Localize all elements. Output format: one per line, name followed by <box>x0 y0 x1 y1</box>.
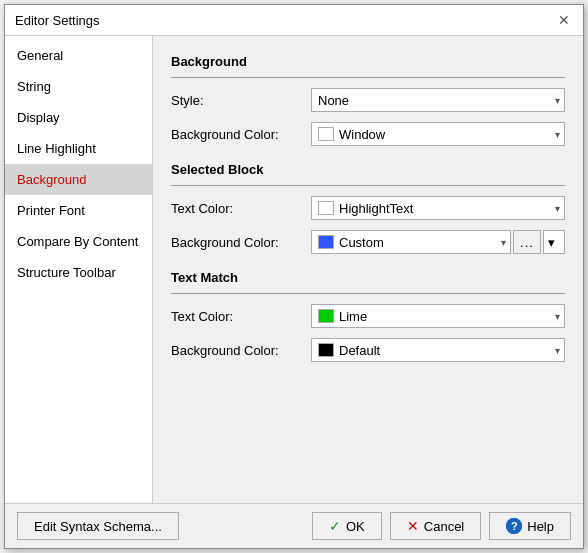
form-control-background-1: Window▾ <box>311 122 565 146</box>
select-text-match-0[interactable]: Lime▾ <box>311 304 565 328</box>
sidebar-item-compare-by-content[interactable]: Compare By Content <box>5 226 152 257</box>
dropdown-arrow-selected-block-1[interactable]: ▾ <box>543 230 565 254</box>
select-text-match-1[interactable]: Default▾ <box>311 338 565 362</box>
form-row-selected-block-1: Background Color:Custom▾...▾ <box>171 230 565 254</box>
form-row-text-match-1: Background Color:Default▾ <box>171 338 565 362</box>
cancel-button[interactable]: ✕ Cancel <box>390 512 481 540</box>
ok-icon: ✓ <box>329 518 341 534</box>
sidebar-item-background[interactable]: Background <box>5 164 152 195</box>
form-row-selected-block-0: Text Color:HighlightText▾ <box>171 196 565 220</box>
dialog-title: Editor Settings <box>15 13 100 28</box>
select-background-0[interactable]: None▾ <box>311 88 565 112</box>
select-background-1[interactable]: Window▾ <box>311 122 565 146</box>
form-label-background-1: Background Color: <box>171 127 311 142</box>
footer-left: Edit Syntax Schema... <box>17 512 179 540</box>
form-control-selected-block-0: HighlightText▾ <box>311 196 565 220</box>
footer-right: ✓ OK ✕ Cancel ? Help <box>312 512 571 540</box>
section-title-selected-block: Selected Block <box>171 162 565 177</box>
section-text-match: Text MatchText Color:Lime▾Background Col… <box>171 270 565 362</box>
sidebar: GeneralStringDisplayLine HighlightBackgr… <box>5 36 153 503</box>
form-label-text-match-1: Background Color: <box>171 343 311 358</box>
sidebar-item-display[interactable]: Display <box>5 102 152 133</box>
dots-button-selected-block-1[interactable]: ... <box>513 230 541 254</box>
select-selected-block-1[interactable]: Custom▾ <box>311 230 511 254</box>
form-label-selected-block-1: Background Color: <box>171 235 311 250</box>
sidebar-item-general[interactable]: General <box>5 40 152 71</box>
edit-syntax-schema-button[interactable]: Edit Syntax Schema... <box>17 512 179 540</box>
form-control-text-match-0: Lime▾ <box>311 304 565 328</box>
ok-label: OK <box>346 519 365 534</box>
section-background: BackgroundStyle:None▾Background Color:Wi… <box>171 54 565 146</box>
help-icon: ? <box>506 518 522 534</box>
ok-button[interactable]: ✓ OK <box>312 512 382 540</box>
help-button[interactable]: ? Help <box>489 512 571 540</box>
form-control-selected-block-1: Custom▾...▾ <box>311 230 565 254</box>
sidebar-item-printer-font[interactable]: Printer Font <box>5 195 152 226</box>
form-row-text-match-0: Text Color:Lime▾ <box>171 304 565 328</box>
cancel-label: Cancel <box>424 519 464 534</box>
form-label-background-0: Style: <box>171 93 311 108</box>
dialog-footer: Edit Syntax Schema... ✓ OK ✕ Cancel ? He… <box>5 503 583 548</box>
close-button[interactable]: ✕ <box>555 11 573 29</box>
section-title-background: Background <box>171 54 565 69</box>
sidebar-item-string[interactable]: String <box>5 71 152 102</box>
select-selected-block-0[interactable]: HighlightText▾ <box>311 196 565 220</box>
sidebar-item-structure-toolbar[interactable]: Structure Toolbar <box>5 257 152 288</box>
editor-settings-dialog: Editor Settings ✕ GeneralStringDisplayLi… <box>4 4 584 549</box>
title-bar: Editor Settings ✕ <box>5 5 583 36</box>
form-control-background-0: None▾ <box>311 88 565 112</box>
form-row-background-0: Style:None▾ <box>171 88 565 112</box>
section-title-text-match: Text Match <box>171 270 565 285</box>
form-control-text-match-1: Default▾ <box>311 338 565 362</box>
content-area: BackgroundStyle:None▾Background Color:Wi… <box>153 36 583 503</box>
form-row-background-1: Background Color:Window▾ <box>171 122 565 146</box>
form-label-text-match-0: Text Color: <box>171 309 311 324</box>
help-label: Help <box>527 519 554 534</box>
sidebar-item-line-highlight[interactable]: Line Highlight <box>5 133 152 164</box>
dialog-body: GeneralStringDisplayLine HighlightBackgr… <box>5 36 583 503</box>
cancel-icon: ✕ <box>407 518 419 534</box>
form-label-selected-block-0: Text Color: <box>171 201 311 216</box>
section-selected-block: Selected BlockText Color:HighlightText▾B… <box>171 162 565 254</box>
